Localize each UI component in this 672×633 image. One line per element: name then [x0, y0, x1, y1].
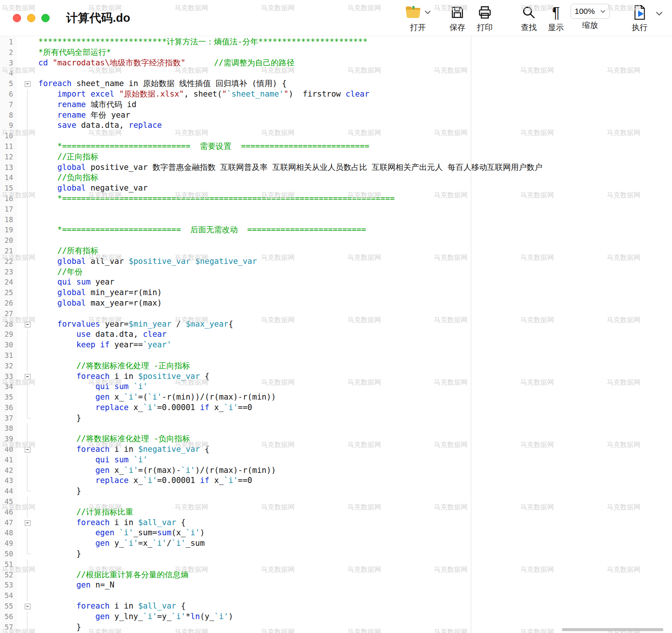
fold-toggle-icon[interactable]: [17, 518, 38, 528]
pilcrow-icon[interactable]: ¶: [552, 5, 560, 20]
fold-gutter: [17, 173, 38, 183]
fold-gutter: [17, 538, 38, 549]
execute-do-icon[interactable]: [632, 5, 647, 20]
line-number: 28: [0, 319, 17, 330]
code-line: 21 //所有指标: [0, 246, 672, 256]
code-text: }: [38, 622, 81, 633]
open-recent-chevron-icon[interactable]: [424, 10, 431, 15]
line-number: 53: [0, 580, 17, 591]
code-text: *所有代码全部运行*: [38, 47, 111, 58]
line-number: 5: [0, 79, 17, 89]
fold-gutter: [17, 340, 38, 350]
fold-gutter: [17, 559, 38, 570]
print-label: 打印: [477, 22, 493, 33]
fold-gutter: [17, 309, 38, 319]
fold-toggle-icon[interactable]: [17, 601, 38, 612]
fold-gutter: [17, 413, 38, 424]
code-line: 45: [0, 497, 672, 507]
line-number: 8: [0, 110, 17, 121]
line-number: 12: [0, 152, 17, 162]
save-icon[interactable]: [450, 5, 465, 20]
fold-gutter: [17, 204, 38, 215]
code-text: global max_year=r(max): [38, 298, 162, 309]
line-number: 19: [0, 225, 17, 235]
code-text: //将数据标准化处理 -正向指标: [38, 361, 190, 371]
code-line: 3cd "macrodatas\地级市数字经济指数" //需调整为自己的路径: [0, 58, 672, 68]
open-folder-icon[interactable]: [405, 5, 422, 20]
line-number: 49: [0, 538, 17, 549]
line-number: 35: [0, 392, 17, 403]
fold-gutter: [17, 288, 38, 298]
code-line: 40 foreach i in $negative_var {: [0, 444, 672, 455]
line-number: 36: [0, 403, 17, 413]
code-text: global negative_var: [38, 183, 148, 194]
code-line: 25 global min_year=r(min): [0, 288, 672, 298]
fold-gutter: [17, 58, 38, 68]
close-window-button[interactable]: [13, 14, 21, 22]
line-number: 55: [0, 601, 17, 612]
fold-gutter: [17, 152, 38, 162]
code-text: qui sum `i': [38, 382, 148, 392]
horizontal-scrollbar-thumb[interactable]: [562, 628, 663, 631]
code-lines: 1***************************计算方法一：熵值法-分年…: [0, 37, 672, 632]
zoom-value: 100%: [575, 7, 595, 16]
code-line: 50 }: [0, 549, 672, 559]
code-editor[interactable]: 1***************************计算方法一：熵值法-分年…: [0, 36, 672, 633]
code-line: 49 gen y_`i'=x_`i'/`i'_sum: [0, 538, 672, 549]
fold-gutter: [17, 570, 38, 580]
fold-gutter: [17, 183, 38, 194]
code-line: 51: [0, 559, 672, 570]
fold-gutter: [17, 455, 38, 465]
code-text: //根据比重计算各分量的信息熵: [38, 570, 188, 580]
code-text: save data.dta, replace: [38, 120, 162, 131]
line-number: 9: [0, 120, 17, 131]
code-line: 56 gen y_lny_`i'=y_`i'*ln(y_`i'): [0, 612, 672, 622]
line-number: 52: [0, 570, 17, 580]
code-line: 39 //将数据标准化处理 -负向指标: [0, 434, 672, 444]
fold-toggle-icon[interactable]: [17, 79, 38, 89]
code-line: 23 //年份: [0, 267, 672, 277]
fold-gutter: [17, 350, 38, 361]
line-number: 51: [0, 559, 17, 570]
fold-toggle-icon[interactable]: [17, 319, 38, 330]
code-line: 15 global negative_var: [0, 183, 672, 194]
fold-gutter: [17, 403, 38, 413]
fold-gutter: [17, 361, 38, 371]
fold-toggle-icon[interactable]: [17, 444, 38, 455]
maximize-window-button[interactable]: [41, 14, 50, 22]
execute-options-chevron-icon[interactable]: [655, 11, 663, 16]
print-button-group: 打印: [474, 4, 496, 33]
code-line: 13 global positive_var 数字普惠金融指数 互联网普及率 互…: [0, 162, 672, 173]
find-label: 查找: [521, 22, 537, 33]
fold-gutter: [17, 329, 38, 340]
code-text: gen y_`i'=x_`i'/`i'_sum: [38, 538, 205, 549]
code-line: 52 //根据比重计算各分量的信息熵: [0, 570, 672, 580]
fold-gutter: [17, 382, 38, 392]
code-line: 1***************************计算方法一：熵值法-分年…: [0, 37, 672, 47]
code-text: foreach i in $positive_var {: [38, 371, 209, 382]
line-number: 50: [0, 549, 17, 559]
fold-gutter: [17, 277, 38, 288]
line-number: 31: [0, 350, 17, 361]
fold-gutter: [17, 120, 38, 131]
code-line: 44 }: [0, 486, 672, 497]
line-number: 7: [0, 100, 17, 110]
line-number: 56: [0, 612, 17, 622]
print-icon[interactable]: [477, 5, 492, 20]
line-number: 29: [0, 329, 17, 340]
line-number: 48: [0, 528, 17, 538]
code-line: 18: [0, 215, 672, 225]
fold-gutter: [17, 497, 38, 507]
minimize-window-button[interactable]: [27, 14, 35, 22]
zoom-dropdown[interactable]: 100%: [571, 4, 610, 19]
code-text: foreach sheet_name in 原始数据 线性插值 回归填补 (慎用…: [38, 79, 287, 89]
fold-gutter: [17, 465, 38, 476]
find-button-group: 查找: [518, 4, 540, 33]
save-label: 保存: [450, 22, 465, 33]
code-text: use data.dta, clear: [38, 329, 166, 340]
search-icon[interactable]: [521, 5, 536, 20]
code-line: 10: [0, 131, 672, 141]
fold-toggle-icon[interactable]: [17, 371, 38, 382]
code-line: 17: [0, 204, 672, 215]
code-line: 5foreach sheet_name in 原始数据 线性插值 回归填补 (慎…: [0, 79, 672, 89]
